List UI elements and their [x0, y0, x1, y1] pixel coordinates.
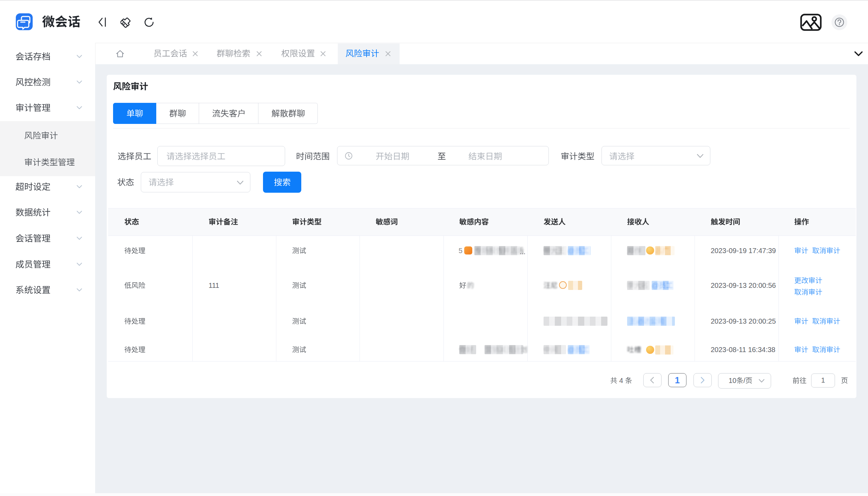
- svg-text:10: 10: [729, 377, 736, 384]
- svg-text:2023-09-13 20:00:56: 2023-09-13 20:00:56: [711, 282, 776, 289]
- svg-text:/: /: [743, 377, 745, 384]
- svg-text:...: ...: [520, 248, 526, 256]
- svg-text:4: 4: [619, 377, 623, 384]
- svg-text:2023-09-13 20:00:25: 2023-09-13 20:00:25: [711, 317, 776, 325]
- svg-text:2023-08-11 16:34:38: 2023-08-11 16:34:38: [711, 346, 775, 353]
- svg-text:5: 5: [459, 247, 462, 254]
- svg-text:2023-09-19 17:47:39: 2023-09-19 17:47:39: [711, 247, 776, 254]
- svg-text:111: 111: [209, 282, 219, 289]
